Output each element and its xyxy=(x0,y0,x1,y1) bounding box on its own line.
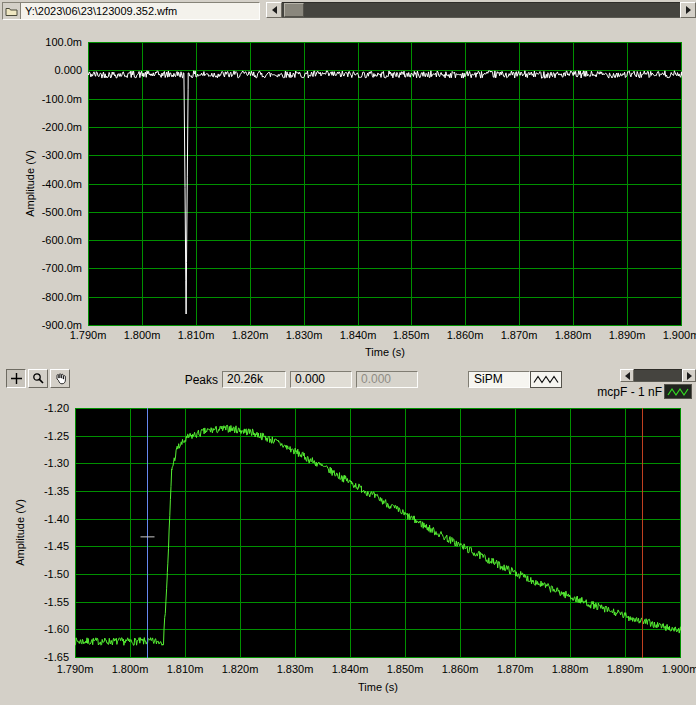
plot-list-track[interactable] xyxy=(634,369,682,382)
y-axis-ticks: -1.20-1.25-1.30-1.35-1.40-1.45-1.50-1.55… xyxy=(0,408,72,658)
x-tick-label: 1.830m xyxy=(286,330,323,341)
sipm-pulse-trace xyxy=(76,425,681,645)
crosshair-icon xyxy=(10,372,23,385)
peaks-label: Peaks xyxy=(158,373,218,387)
y-tick-label: -100.0m xyxy=(42,94,82,105)
x-axis-ticks: 1.790m1.800m1.810m1.820m1.830m1.840m1.85… xyxy=(88,330,682,343)
x-tick-label: 1.790m xyxy=(70,330,107,341)
raw-waveform-graph: Amplitude (V) 100.0m0.000-100.0m-200.0m-… xyxy=(0,24,696,364)
y-tick-label: -1.55 xyxy=(44,597,69,608)
file-scrollbar xyxy=(266,2,696,18)
y-tick-label: -1.60 xyxy=(44,624,69,635)
grid xyxy=(88,42,682,326)
hand-icon xyxy=(54,372,67,385)
plot2-selector[interactable]: mcpF - 1 nF xyxy=(570,385,662,399)
cursor-tool-button[interactable] xyxy=(6,369,26,388)
pulse-waveform-graph: Amplitude (V) -1.20-1.25-1.30-1.35-1.40-… xyxy=(0,400,696,705)
x-tick-label: 1.880m xyxy=(555,330,592,341)
scroll-right-button[interactable] xyxy=(680,2,696,18)
x-tick-label: 1.850m xyxy=(387,664,424,675)
y-tick-label: -1.25 xyxy=(44,431,69,442)
x-tick-label: 1.900m xyxy=(662,664,696,675)
y-tick-label: -1.65 xyxy=(44,652,69,663)
left-arrow-icon xyxy=(625,372,630,380)
raw-wfm-trace xyxy=(89,71,682,314)
x-tick-label: 1.870m xyxy=(497,664,534,675)
right-arrow-icon xyxy=(687,372,692,380)
threshold-input[interactable]: 0.000 xyxy=(290,371,352,388)
plot-list-right-button[interactable] xyxy=(682,369,696,382)
grid xyxy=(75,408,681,658)
x-axis-label: Time (s) xyxy=(75,681,681,694)
scrollbar-track[interactable] xyxy=(282,2,680,18)
y-axis-ticks: 100.0m0.000-100.0m-200.0m-300.0m-400.0m-… xyxy=(0,42,85,326)
y-tick-label: -1.30 xyxy=(44,458,69,469)
graph-toolbar: Peaks 20.26k 0.000 0.000 SiPM mcpF - 1 n… xyxy=(0,366,696,400)
left-arrow-icon xyxy=(272,6,277,14)
plot-list-scrollbar xyxy=(620,369,696,382)
x-tick-label: 1.850m xyxy=(393,330,430,341)
x-tick-label: 1.820m xyxy=(232,330,269,341)
magnifier-icon xyxy=(32,372,45,385)
y-tick-label: -1.20 xyxy=(44,403,69,414)
waveform-zigzag-icon xyxy=(533,374,559,385)
x-tick-label: 1.870m xyxy=(501,330,538,341)
x-tick-label: 1.830m xyxy=(277,664,314,675)
x-tick-label: 1.900m xyxy=(663,330,696,341)
x-tick-label: 1.880m xyxy=(552,664,589,675)
plot2-legend-icon[interactable] xyxy=(664,384,692,399)
x-axis-label: Time (s) xyxy=(88,346,682,359)
x-tick-label: 1.800m xyxy=(112,664,149,675)
x-tick-label: 1.810m xyxy=(178,330,215,341)
x-tick-label: 1.800m xyxy=(124,330,161,341)
x-tick-label: 1.860m xyxy=(447,330,484,341)
y-tick-label: -400.0m xyxy=(42,179,82,190)
y-tick-label: -500.0m xyxy=(42,207,82,218)
y-tick-label: 100.0m xyxy=(45,37,82,48)
right-arrow-icon xyxy=(686,6,691,14)
x-tick-label: 1.840m xyxy=(332,664,369,675)
pan-tool-button[interactable] xyxy=(50,369,70,388)
y-tick-label: -1.50 xyxy=(44,569,69,580)
plot1-selector[interactable]: SiPM xyxy=(468,371,530,388)
graph-tool-palette xyxy=(6,369,70,388)
y-tick-label: -1.35 xyxy=(44,486,69,497)
plot1-legend-icon[interactable] xyxy=(530,371,562,388)
peaks-count-display: 20.26k xyxy=(222,371,286,388)
y-tick-label: -800.0m xyxy=(42,292,82,303)
path-browse-icon[interactable] xyxy=(3,3,21,19)
file-path-input[interactable]: Y:\2023\06\23\123009.352.wfm xyxy=(21,3,259,19)
y-tick-label: -1.40 xyxy=(44,514,69,525)
x-tick-label: 1.840m xyxy=(340,330,377,341)
y-tick-label: -700.0m xyxy=(42,263,82,274)
y-tick-label: -300.0m xyxy=(42,150,82,161)
scroll-left-button[interactable] xyxy=(266,2,282,18)
x-tick-label: 1.810m xyxy=(167,664,204,675)
file-path-control: Y:\2023\06\23\123009.352.wfm xyxy=(2,2,260,20)
plot-list-left-button[interactable] xyxy=(620,369,634,382)
x-tick-label: 1.860m xyxy=(442,664,479,675)
scrollbar-thumb[interactable] xyxy=(284,3,304,17)
waveform-zigzag-icon xyxy=(667,387,689,397)
x-tick-label: 1.820m xyxy=(222,664,259,675)
x-tick-label: 1.890m xyxy=(607,664,644,675)
x-tick-label: 1.890m xyxy=(609,330,646,341)
x-axis-ticks: 1.790m1.800m1.810m1.820m1.830m1.840m1.85… xyxy=(75,664,681,677)
pulse-waveform-plot-area[interactable] xyxy=(75,408,681,658)
folder-icon xyxy=(5,6,18,17)
y-tick-label: -600.0m xyxy=(42,235,82,246)
y-tick-label: -1.45 xyxy=(44,541,69,552)
raw-waveform-plot-area[interactable] xyxy=(88,42,682,326)
x-tick-label: 1.790m xyxy=(57,664,94,675)
y-tick-label: 0.000 xyxy=(54,65,82,76)
zoom-tool-button[interactable] xyxy=(28,369,48,388)
y-tick-label: -200.0m xyxy=(42,122,82,133)
disabled-value-display: 0.000 xyxy=(356,371,418,388)
